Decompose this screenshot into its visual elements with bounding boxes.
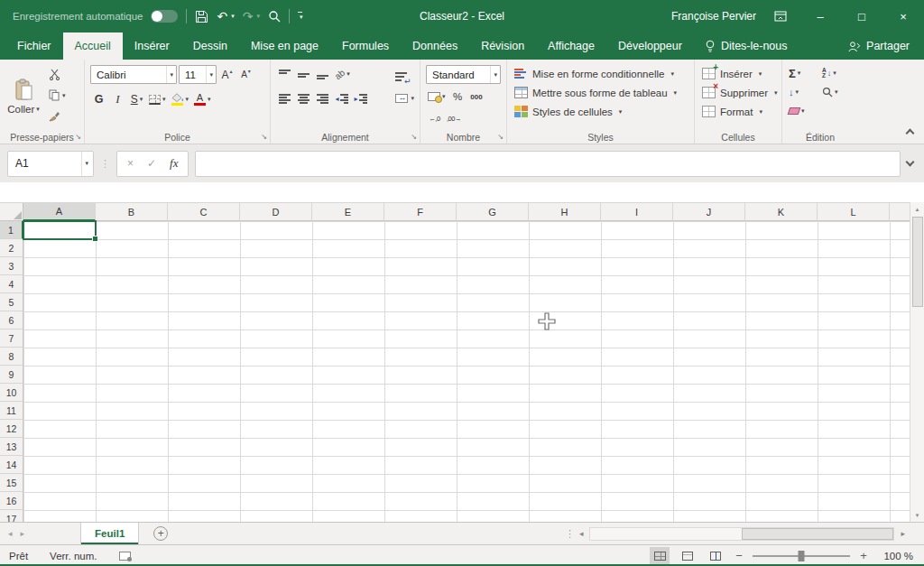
format-as-table-button[interactable]: Mettre sous forme de tableau [511, 83, 690, 102]
fill-button[interactable]: ↓ [787, 83, 820, 101]
tab-developpeur[interactable]: Développeur [606, 32, 694, 60]
close-button[interactable]: × [882, 0, 924, 32]
font-size-combo[interactable]: 11 [179, 65, 217, 84]
view-page-layout-button[interactable] [678, 547, 698, 564]
row-header-14[interactable]: 14 [0, 456, 23, 474]
column-header-a[interactable]: A [23, 203, 96, 221]
undo-button[interactable]: ↶ [217, 9, 234, 23]
zoom-thumb[interactable] [799, 551, 805, 561]
search-button[interactable] [268, 10, 281, 23]
tell-me-button[interactable]: Dites-le-nous [694, 32, 799, 60]
align-top-button[interactable] [276, 65, 293, 83]
cut-button[interactable] [49, 66, 66, 83]
sheet-nav-left[interactable]: ◂ [8, 529, 13, 538]
horizontal-scrollbar[interactable] [589, 527, 894, 541]
row-header-12[interactable]: 12 [0, 420, 23, 438]
sheet-nav-right[interactable]: ▸ [21, 529, 25, 538]
share-button[interactable]: Partager [834, 32, 924, 60]
row-header-5[interactable]: 5 [0, 293, 23, 311]
format-cells-button[interactable]: Format [698, 102, 778, 121]
autosave-toggle[interactable] [151, 10, 178, 23]
autosum-button[interactable]: Σ [787, 64, 820, 82]
increase-decimal-button[interactable]: ←,0 [426, 109, 443, 127]
comma-style-button[interactable]: 000 [468, 88, 485, 106]
row-header-11[interactable]: 11 [0, 402, 23, 420]
column-header-f[interactable]: F [384, 203, 457, 221]
minimize-button[interactable]: – [799, 0, 841, 32]
font-color-button[interactable]: A [192, 90, 213, 108]
tab-fichier[interactable]: Fichier [5, 32, 63, 60]
save-button[interactable] [195, 10, 208, 23]
column-header-g[interactable]: G [457, 203, 529, 221]
font-dialog-launcher[interactable]: ↘ [261, 133, 267, 142]
tab-mise-en-page[interactable]: Mise en page [239, 32, 330, 60]
insert-cells-button[interactable]: Insérer [698, 64, 778, 83]
sort-filter-button[interactable]: AZ↓ [820, 64, 854, 82]
sheet-tab-feuil1[interactable]: Feuil1 [80, 523, 139, 544]
column-header-i[interactable]: I [601, 203, 673, 221]
tab-inserer[interactable]: Insérer [123, 32, 181, 60]
decrease-decimal-button[interactable]: ,00→ [445, 109, 463, 127]
vertical-scroll-thumb[interactable] [912, 217, 923, 307]
macro-record-icon[interactable] [119, 552, 131, 561]
tab-revision[interactable]: Révision [469, 32, 536, 60]
column-header-k[interactable]: K [745, 203, 818, 221]
decrease-font-size-button[interactable]: A▾ [237, 66, 254, 84]
underline-button[interactable]: S [128, 90, 145, 108]
row-header-4[interactable]: 4 [0, 275, 23, 293]
conditional-formatting-button[interactable]: Mise en forme conditionnelle [511, 64, 690, 83]
delete-cells-button[interactable]: Supprimer [698, 83, 778, 102]
maximize-button[interactable]: □ [841, 0, 882, 32]
increase-font-size-button[interactable]: A▴ [218, 66, 236, 84]
row-header-9[interactable]: 9 [0, 366, 23, 384]
orientation-button[interactable]: ab [333, 65, 352, 83]
percent-style-button[interactable]: % [449, 88, 467, 106]
row-header-13[interactable]: 13 [0, 438, 23, 456]
select-all-corner[interactable] [0, 203, 23, 221]
scroll-down-button[interactable]: ▾ [910, 508, 924, 522]
alignment-dialog-launcher[interactable]: ↘ [411, 133, 417, 142]
format-painter-button[interactable] [49, 107, 66, 125]
formula-bar-splitter[interactable]: ⋮ [100, 158, 110, 170]
tab-formules[interactable]: Formules [330, 32, 401, 60]
column-header-b[interactable]: B [96, 203, 168, 221]
column-header-j[interactable]: J [673, 203, 745, 221]
insert-function-button[interactable]: fx [170, 156, 178, 171]
column-header-c[interactable]: C [168, 203, 240, 221]
wrap-text-button[interactable] [395, 69, 414, 86]
row-header-16[interactable]: 16 [0, 492, 23, 510]
row-header-3[interactable]: 3 [0, 257, 23, 275]
clipboard-dialog-launcher[interactable]: ↘ [75, 133, 81, 142]
vertical-scrollbar[interactable]: ▴ ▾ [910, 202, 924, 522]
increase-indent-button[interactable]: ▸ [352, 89, 369, 107]
number-dialog-launcher[interactable]: ↘ [497, 133, 504, 142]
scroll-left-button[interactable]: ◂ [579, 529, 584, 538]
cell-styles-button[interactable]: Styles de cellules [511, 102, 690, 121]
tab-accueil[interactable]: Accueil [63, 32, 123, 60]
row-header-6[interactable]: 6 [0, 311, 23, 329]
scroll-up-button[interactable]: ▴ [910, 202, 924, 216]
redo-button[interactable]: ↷ [243, 9, 260, 23]
clear-button[interactable] [787, 102, 820, 120]
align-center-button[interactable] [295, 89, 312, 107]
align-right-button[interactable] [314, 89, 331, 107]
align-left-button[interactable] [276, 89, 293, 107]
scroll-right-button[interactable]: ▸ [901, 529, 905, 538]
user-name[interactable]: Françoise Pervier [671, 10, 756, 23]
copy-button[interactable] [49, 87, 66, 104]
column-header-d[interactable]: D [240, 203, 312, 221]
merge-center-button[interactable] [395, 89, 414, 107]
align-bottom-button[interactable] [314, 65, 331, 83]
row-header-2[interactable]: 2 [0, 239, 23, 257]
bold-button[interactable]: G [90, 90, 107, 108]
row-header-17[interactable]: 17 [0, 510, 23, 522]
paste-button[interactable]: Coller [2, 62, 45, 130]
view-normal-button[interactable] [650, 547, 670, 564]
tab-affichage[interactable]: Affichage [536, 32, 606, 60]
spreadsheet-grid[interactable] [23, 221, 910, 522]
row-header-7[interactable]: 7 [0, 329, 23, 348]
cancel-button[interactable]: × [127, 157, 134, 170]
row-header-1[interactable]: 1 [0, 221, 23, 239]
font-name-combo[interactable]: Calibri [90, 65, 177, 84]
zoom-in-button[interactable]: + [858, 549, 869, 562]
